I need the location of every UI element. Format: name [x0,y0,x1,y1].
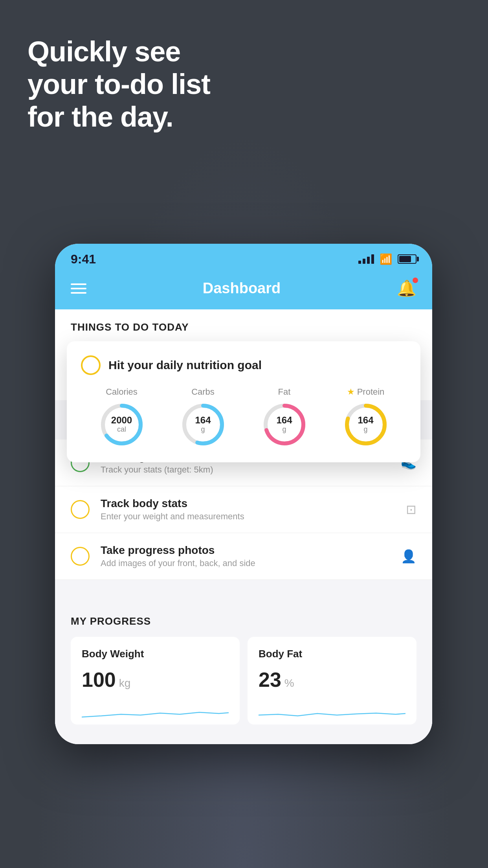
status-icons: 📶 [358,253,416,265]
body-fat-chart [259,699,405,723]
content-area: THINGS TO DO TODAY Hit your daily nutrit… [55,309,432,744]
fat-donut: 164 g [261,401,308,448]
calories-value: 2000 [111,415,132,425]
notification-dot [413,278,418,283]
body-fat-card[interactable]: Body Fat 23 % [248,637,416,725]
card-title: Hit your daily nutrition goal [108,359,262,372]
fat-label: Fat [278,387,291,397]
notification-bell-icon[interactable]: 🔔 [397,279,416,298]
protein-label-row: ★ Protein [347,387,385,397]
body-fat-unit: % [284,677,294,690]
protein-label: Protein [357,387,385,397]
progress-photos-text: Take progress photos Add images of your … [101,544,390,568]
progress-section: MY PROGRESS Body Weight 100 kg Body Fat [55,600,432,744]
carbs-label: Carbs [191,387,215,397]
carbs-value: 164 [195,415,211,425]
nav-title: Dashboard [203,280,281,297]
protein-unit: g [363,426,367,434]
body-fat-title: Body Fat [259,648,405,660]
person-icon: 👤 [401,549,416,564]
body-weight-chart [82,699,229,723]
star-icon: ★ [347,387,355,397]
todo-item-body-stats[interactable]: Track body stats Enter your weight and m… [55,486,432,533]
todo-item-progress-photos[interactable]: Take progress photos Add images of your … [55,533,432,580]
body-weight-number: 100 [82,668,116,691]
wifi-icon: 📶 [380,253,392,265]
carbs-unit: g [201,426,205,434]
signal-icon [358,254,374,264]
nutrition-row: Calories 2000 cal [81,387,406,448]
body-weight-unit: kg [119,677,131,690]
fat-value: 164 [276,415,292,425]
status-time: 9:41 [71,252,96,267]
protein-value: 164 [358,415,373,425]
calories-label: Calories [106,387,138,397]
body-stats-subtitle: Enter your weight and measurements [101,511,395,522]
running-subtitle: Track your stats (target: 5km) [101,465,390,475]
card-title-row: Hit your daily nutrition goal [81,355,406,375]
hamburger-menu[interactable] [71,283,86,294]
headline: Quickly see your to-do list for the day. [28,35,210,133]
nutrition-fat: Fat 164 g [261,387,308,448]
fat-unit: g [282,426,286,434]
body-weight-title: Body Weight [82,648,229,660]
progress-header: MY PROGRESS [71,615,416,627]
body-fat-number: 23 [259,668,281,691]
top-nav: Dashboard 🔔 [55,271,432,309]
battery-icon [398,254,416,264]
body-weight-card[interactable]: Body Weight 100 kg [71,637,240,725]
nutrition-calories: Calories 2000 cal [98,387,145,448]
status-bar: 9:41 📶 [55,244,432,271]
progress-photos-title: Take progress photos [101,544,390,557]
body-stats-title: Track body stats [101,497,395,510]
protein-donut: 164 g [342,401,389,448]
progress-photos-subtitle: Add images of your front, back, and side [101,558,390,568]
progress-cards: Body Weight 100 kg Body Fat 23 % [71,637,416,725]
carbs-donut: 164 g [180,401,227,448]
nutrition-protein: ★ Protein 164 g [342,387,389,448]
progress-photos-circle [71,547,90,566]
body-stats-text: Track body stats Enter your weight and m… [101,497,395,522]
calories-donut: 2000 cal [98,401,145,448]
scale-icon: ⊡ [406,502,416,517]
nutrition-carbs: Carbs 164 g [180,387,227,448]
todo-circle-nutrition[interactable] [81,355,101,375]
phone-mockup: 9:41 📶 Dashboard 🔔 [55,244,432,744]
calories-unit: cal [117,426,126,434]
body-stats-circle [71,500,90,519]
nutrition-card: Hit your daily nutrition goal Calories [67,341,420,462]
body-weight-value-row: 100 kg [82,668,229,691]
things-section-header: THINGS TO DO TODAY [55,309,432,341]
body-fat-value-row: 23 % [259,668,405,691]
